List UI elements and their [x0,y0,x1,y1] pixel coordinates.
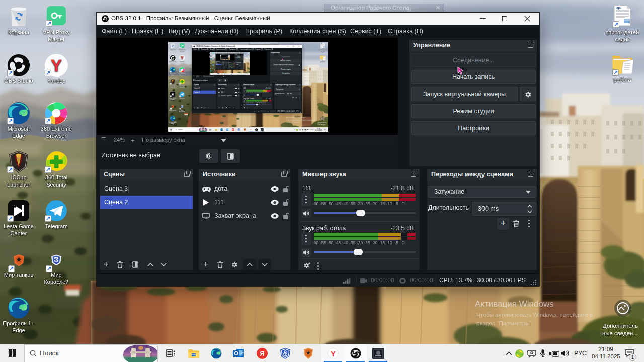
svg-text:Y: Y [250,129,252,131]
svg-text:Y: Y [230,73,230,74]
svg-text:Y: Y [181,56,184,60]
svg-text:Я: Я [260,350,264,357]
svg-text:Y: Y [331,349,336,358]
svg-text:O: O [226,128,227,130]
svg-text:O: O [234,350,238,356]
svg-text:Я: Я [225,73,226,74]
svg-text:Я: Я [232,128,234,130]
svg-text:Y: Y [51,56,62,75]
svg-text:O: O [224,73,224,74]
